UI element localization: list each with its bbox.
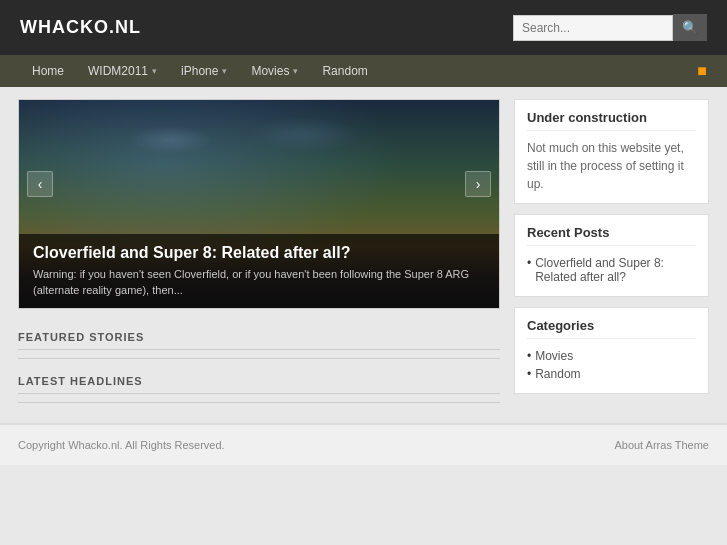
nav-links: Home WIDM2011 ▾ iPhone ▾ Movies ▾ Random	[20, 56, 380, 86]
nav-item-movies[interactable]: Movies ▾	[239, 56, 310, 86]
list-item: Movies	[527, 347, 696, 365]
dropdown-arrow-icon: ▾	[222, 66, 227, 76]
dropdown-arrow-icon: ▾	[293, 66, 298, 76]
widget-under-construction: Under construction Not much on this webs…	[514, 99, 709, 204]
widget-title-under-construction: Under construction	[527, 110, 696, 131]
slide-title: Cloverfield and Super 8: Related after a…	[33, 244, 485, 262]
search-button[interactable]: 🔍	[673, 14, 707, 41]
recent-post-link[interactable]: Cloverfield and Super 8: Related after a…	[535, 256, 696, 284]
list-item: Cloverfield and Super 8: Related after a…	[527, 254, 696, 286]
search-input[interactable]	[513, 15, 673, 41]
sidebar: Under construction Not much on this webs…	[514, 99, 709, 411]
widget-text-under-construction: Not much on this website yet, still in t…	[527, 139, 696, 193]
category-link-random[interactable]: Random	[535, 367, 580, 381]
latest-headlines-heading: LATEST HEADLINES	[18, 367, 500, 394]
footer-wrapper: Copyright Whacko.nl. All Rights Reserved…	[0, 423, 727, 465]
nav-item-iphone[interactable]: iPhone ▾	[169, 56, 239, 86]
widget-categories: Categories Movies Random	[514, 307, 709, 394]
slide-overlay: Cloverfield and Super 8: Related after a…	[19, 234, 499, 308]
content-area: ‹ › Cloverfield and Super 8: Related aft…	[18, 99, 500, 411]
featured-stories-heading: FEATURED STORIES	[18, 323, 500, 350]
slide-clouds	[39, 115, 479, 165]
slide-excerpt: Warning: if you haven't seen Cloverfield…	[33, 267, 485, 298]
widget-title-categories: Categories	[527, 318, 696, 339]
nav-item-random[interactable]: Random	[310, 56, 379, 86]
footer-theme-link[interactable]: About Arras Theme	[614, 439, 709, 451]
footer-inner: Copyright Whacko.nl. All Rights Reserved…	[0, 425, 727, 465]
navbar: Home WIDM2011 ▾ iPhone ▾ Movies ▾ Random…	[0, 55, 727, 87]
list-item: Random	[527, 365, 696, 383]
site-title: WHACKO.NL	[20, 17, 141, 38]
widget-recent-posts: Recent Posts Cloverfield and Super 8: Re…	[514, 214, 709, 297]
site-header: WHACKO.NL 🔍	[0, 0, 727, 55]
headlines-divider	[18, 402, 500, 403]
prev-slide-button[interactable]: ‹	[27, 171, 53, 197]
category-link-movies[interactable]: Movies	[535, 349, 573, 363]
next-slide-button[interactable]: ›	[465, 171, 491, 197]
main-wrapper: ‹ › Cloverfield and Super 8: Related aft…	[0, 87, 727, 423]
recent-posts-list: Cloverfield and Super 8: Related after a…	[527, 254, 696, 286]
featured-divider	[18, 358, 500, 359]
footer-copyright: Copyright Whacko.nl. All Rights Reserved…	[18, 439, 225, 451]
search-form: 🔍	[513, 14, 707, 41]
widget-title-recent-posts: Recent Posts	[527, 225, 696, 246]
featured-slider: ‹ › Cloverfield and Super 8: Related aft…	[18, 99, 500, 309]
nav-item-widm2011[interactable]: WIDM2011 ▾	[76, 56, 169, 86]
nav-item-home[interactable]: Home	[20, 56, 76, 86]
dropdown-arrow-icon: ▾	[152, 66, 157, 76]
rss-icon[interactable]: ■	[697, 62, 707, 80]
categories-list: Movies Random	[527, 347, 696, 383]
